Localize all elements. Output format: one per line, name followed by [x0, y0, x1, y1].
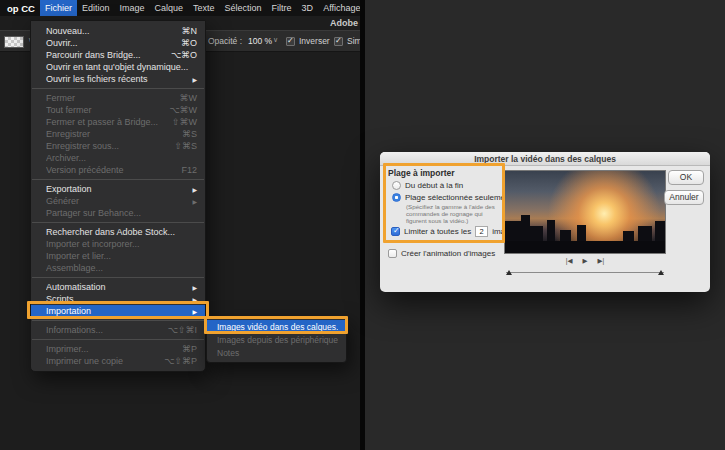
menu-item: Archiver... [31, 152, 205, 164]
limit-checkbox[interactable] [391, 227, 400, 236]
dialog-title: Importer la vidéo dans des calques [380, 152, 710, 166]
app-menu-label[interactable]: op CC [2, 3, 40, 14]
timeline-track [506, 272, 664, 273]
menu-item-label: Importation [46, 306, 186, 316]
menu-item: Tout fermer⌥⌘W [31, 104, 205, 116]
menu-item-shortcut: F12 [181, 165, 197, 175]
submenu-arrow-icon: ▶ [192, 296, 197, 303]
menu-item: Images depuis des périphériques [207, 333, 346, 346]
menu-item-label: Archiver... [46, 153, 197, 163]
menu-item-label: Ouvrir en tant qu'objet dynamique... [46, 62, 197, 72]
opacity-value[interactable]: 100 % [248, 36, 272, 46]
ok-button[interactable]: OK [668, 170, 704, 185]
menu-item[interactable]: Scripts▶ [31, 293, 205, 305]
range-hint-text: (Spécifiez la gamme à l'aide des command… [406, 203, 500, 224]
menu-item[interactable]: Rechercher dans Adobe Stock... [31, 226, 205, 238]
menubar-item-3d[interactable]: 3D [297, 0, 319, 16]
window-title: Adobe [330, 18, 358, 28]
menu-item: Imprimer une copie⌥⇧⌘P [31, 355, 205, 367]
menu-item[interactable]: Parcourir dans Bridge...⌥⌘O [31, 49, 205, 61]
menu-item-shortcut: ⌘P [182, 344, 197, 354]
prev-frame-button[interactable]: |◀ [566, 257, 573, 265]
menu-item: Enregistrer⌘S [31, 128, 205, 140]
menu-item-label: Assemblage... [46, 263, 197, 273]
menu-item-shortcut: ⌘S [182, 129, 197, 139]
play-button[interactable]: ▶ [583, 257, 588, 265]
radio-selected-range[interactable] [392, 193, 401, 202]
menu-item: Imprimer...⌘P [31, 343, 205, 355]
menu-item-label: Partager sur Behance... [46, 208, 197, 218]
menu-item: Importer et lier... [31, 250, 205, 262]
menu-item: Notes [207, 346, 346, 359]
menu-item: Partager sur Behance... [31, 207, 205, 219]
menu-item[interactable]: Exportation▶ [31, 183, 205, 195]
radio-full-range-label: Du début à la fin [405, 181, 463, 190]
menu-item[interactable]: Images vidéo dans des calques... [207, 320, 346, 333]
next-frame-button[interactable]: ▶| [598, 257, 605, 265]
menu-item-shortcut: ⌥⇧⌘P [164, 356, 197, 366]
menu-item-label: Ouvrir les fichiers récents [46, 74, 186, 84]
submenu-arrow-icon: ▶ [192, 198, 197, 205]
menu-item-label: Informations... [46, 325, 162, 335]
menubar-item-affichage[interactable]: Affichage [318, 0, 360, 16]
menu-separator [32, 179, 204, 180]
menu-item-label: Ouvrir... [46, 38, 175, 48]
menu-item-label: Fermer [46, 93, 174, 103]
menu-separator [32, 222, 204, 223]
menu-item-shortcut: ⌥⌘W [169, 105, 197, 115]
limit-input[interactable] [475, 226, 488, 237]
menubar-item-fichier[interactable]: Fichier [40, 0, 77, 16]
limit-label: Limiter à toutes les [404, 227, 471, 236]
menu-item[interactable]: Ouvrir...⌘O [31, 37, 205, 49]
menu-item-shortcut: ⌘W [180, 93, 198, 103]
menu-item-shortcut: ⇧⌘S [174, 141, 197, 151]
menu-item-label: Scripts [46, 294, 186, 304]
submenu-arrow-icon: ▶ [192, 308, 197, 315]
menu-item[interactable]: Ouvrir en tant qu'objet dynamique... [31, 61, 205, 73]
pattern-swatch[interactable] [4, 36, 24, 48]
menu-item: Enregistrer sous...⇧⌘S [31, 140, 205, 152]
menu-item-label: Exportation [46, 184, 186, 194]
video-preview [504, 170, 666, 254]
submenu-arrow-icon: ▶ [192, 284, 197, 291]
menubar-item-calque[interactable]: Calque [150, 0, 189, 16]
frame-animation-checkbox[interactable] [388, 249, 397, 258]
menu-item: Générer▶ [31, 195, 205, 207]
trim-end-handle[interactable] [658, 270, 664, 275]
menu-item[interactable]: Automatisation▶ [31, 281, 205, 293]
menu-item[interactable]: Importation▶ [31, 305, 205, 317]
menu-separator [32, 88, 204, 89]
menu-item-label: Importer et lier... [46, 251, 197, 261]
menu-item-label: Notes [217, 348, 338, 358]
menu-item-label: Rechercher dans Adobe Stock... [46, 227, 197, 237]
menu-bar: op CC FichierEditionImageCalqueTexteSéle… [0, 0, 360, 16]
trim-start-handle[interactable] [506, 270, 512, 275]
menu-item[interactable]: Ouvrir les fichiers récents▶ [31, 73, 205, 85]
menu-item[interactable]: Nouveau...⌘N [31, 25, 205, 37]
menubar-items: FichierEditionImageCalqueTexteSélectionF… [40, 0, 360, 16]
opacity-label: Opacité : [208, 36, 242, 46]
menu-item-label: Images depuis des périphériques [217, 335, 338, 345]
inverser-checkbox[interactable] [286, 37, 295, 46]
cancel-button[interactable]: Annuler [664, 190, 704, 205]
menubar-item-slection[interactable]: Sélection [220, 0, 267, 16]
sim-checkbox[interactable] [334, 37, 343, 46]
trim-timeline[interactable] [506, 269, 664, 277]
radio-full-range[interactable] [392, 181, 401, 190]
radio-selected-range-label: Plage sélectionnée seulement [405, 193, 512, 202]
building-silhouette [521, 215, 530, 243]
menubar-item-image[interactable]: Image [115, 0, 150, 16]
opacity-chevron-icon[interactable]: ∨ [273, 36, 278, 44]
sim-label: Sim [347, 36, 360, 46]
playback-controls: |◀ ▶ ▶| [504, 257, 666, 265]
menubar-item-texte[interactable]: Texte [188, 0, 220, 16]
range-group-label: Plage à importer [388, 168, 455, 178]
menu-item: Assemblage... [31, 262, 205, 274]
menu-item-label: Parcourir dans Bridge... [46, 50, 165, 60]
radio-row-full-range: Du début à la fin [392, 181, 463, 190]
menu-item-label: Imprimer une copie [46, 356, 158, 366]
menu-item-label: Nouveau... [46, 26, 176, 36]
menubar-item-filtre[interactable]: Filtre [267, 0, 297, 16]
submenu-arrow-icon: ▶ [192, 186, 197, 193]
menubar-item-edition[interactable]: Edition [77, 0, 115, 16]
